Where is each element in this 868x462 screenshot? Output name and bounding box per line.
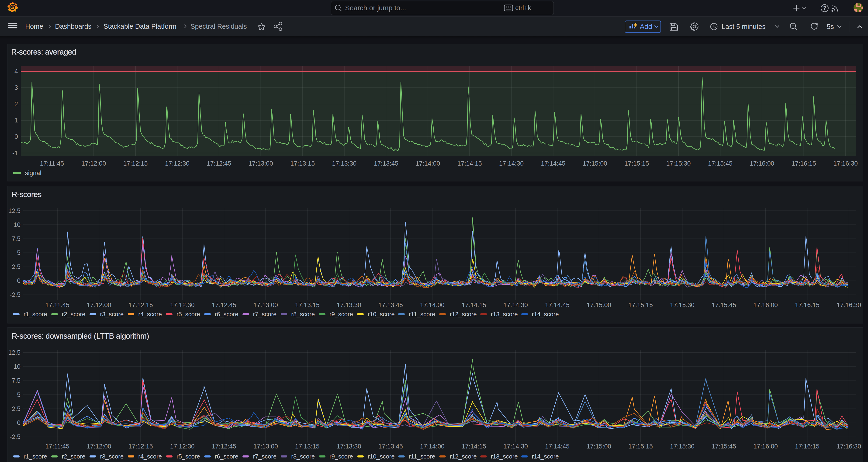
svg-text:Add: Add [640, 23, 652, 30]
svg-text:-1: -1 [12, 150, 18, 156]
svg-text:r10_score: r10_score [368, 453, 395, 460]
svg-text:0: 0 [14, 133, 18, 140]
svg-text:r6_score: r6_score [215, 453, 238, 460]
svg-text:17:12:15: 17:12:15 [128, 302, 153, 309]
svg-text:17:13:45: 17:13:45 [374, 160, 398, 167]
svg-text:17:16:30: 17:16:30 [833, 160, 858, 167]
svg-text:r3_score: r3_score [100, 311, 124, 318]
svg-text:Search or jump to...: Search or jump to... [345, 4, 406, 12]
svg-text:17:12:45: 17:12:45 [212, 302, 236, 309]
svg-text:?: ? [823, 5, 826, 11]
svg-text:R-scores: downsampled (LTTB al: R-scores: downsampled (LTTB algorithm) [12, 332, 149, 340]
svg-text:2.5: 2.5 [12, 405, 21, 412]
svg-text:17:14:30: 17:14:30 [503, 302, 528, 309]
svg-text:-2.5: -2.5 [9, 433, 21, 440]
svg-text:12.5: 12.5 [8, 349, 21, 356]
svg-text:17:13:00: 17:13:00 [253, 443, 278, 450]
svg-text:r8_score: r8_score [291, 311, 315, 318]
svg-text:17:12:45: 17:12:45 [207, 160, 231, 167]
svg-text:17:16:00: 17:16:00 [750, 160, 774, 167]
svg-text:Stackable Data Platform: Stackable Data Platform [103, 23, 177, 30]
svg-text:17:16:00: 17:16:00 [753, 443, 778, 450]
svg-text:17:15:00: 17:15:00 [587, 443, 611, 450]
svg-text:10: 10 [13, 221, 21, 228]
svg-text:2.5: 2.5 [12, 263, 21, 270]
svg-text:17:14:00: 17:14:00 [416, 160, 440, 167]
svg-text:17:14:15: 17:14:15 [458, 160, 482, 167]
svg-text:Dashboards: Dashboards [55, 23, 91, 30]
svg-text:17:12:15: 17:12:15 [128, 443, 153, 450]
svg-text:17:12:00: 17:12:00 [87, 302, 111, 309]
svg-text:7.5: 7.5 [12, 235, 21, 242]
svg-text:5: 5 [17, 249, 21, 256]
svg-text:r14_score: r14_score [532, 453, 559, 460]
svg-text:0: 0 [17, 277, 21, 284]
svg-text:17:15:15: 17:15:15 [624, 160, 649, 167]
svg-text:17:12:00: 17:12:00 [87, 443, 111, 450]
svg-text:12.5: 12.5 [8, 207, 21, 214]
svg-text:r2_score: r2_score [62, 311, 85, 318]
svg-text:17:12:45: 17:12:45 [212, 443, 236, 450]
svg-text:r5_score: r5_score [177, 311, 200, 318]
svg-text:r12_score: r12_score [450, 453, 477, 460]
svg-text:17:15:00: 17:15:00 [587, 302, 611, 309]
svg-text:Home: Home [25, 23, 43, 30]
svg-text:r9_score: r9_score [330, 311, 353, 318]
svg-text:r11_score: r11_score [409, 311, 435, 318]
svg-text:Last 5 minutes: Last 5 minutes [721, 23, 766, 30]
svg-text:17:13:15: 17:13:15 [295, 443, 320, 450]
svg-text:17:12:15: 17:12:15 [123, 160, 148, 167]
svg-text:17:13:00: 17:13:00 [249, 160, 273, 167]
svg-text:r10_score: r10_score [368, 311, 395, 318]
svg-text:r13_score: r13_score [491, 453, 518, 460]
svg-text:17:16:30: 17:16:30 [837, 302, 861, 309]
svg-text:17:16:30: 17:16:30 [837, 443, 861, 450]
svg-text:17:14:15: 17:14:15 [462, 443, 486, 450]
svg-text:17:12:30: 17:12:30 [170, 443, 194, 450]
svg-text:signal: signal [25, 170, 41, 177]
svg-text:17:14:30: 17:14:30 [499, 160, 524, 167]
svg-text:17:13:00: 17:13:00 [253, 302, 278, 309]
svg-text:r4_score: r4_score [138, 311, 162, 318]
svg-text:r8_score: r8_score [291, 453, 315, 460]
svg-text:0: 0 [17, 419, 21, 426]
svg-text:7.5: 7.5 [12, 377, 21, 384]
svg-text:r7_score: r7_score [253, 453, 277, 460]
svg-text:17:13:15: 17:13:15 [290, 160, 315, 167]
svg-text:17:14:30: 17:14:30 [503, 443, 528, 450]
svg-text:17:15:30: 17:15:30 [666, 160, 690, 167]
svg-text:17:15:45: 17:15:45 [712, 443, 736, 450]
svg-text:17:12:30: 17:12:30 [165, 160, 190, 167]
svg-text:5s: 5s [827, 23, 834, 30]
svg-text:17:15:45: 17:15:45 [712, 302, 736, 309]
svg-text:r1_score: r1_score [24, 453, 47, 460]
svg-text:17:13:30: 17:13:30 [337, 302, 361, 309]
svg-text:17:14:15: 17:14:15 [462, 302, 486, 309]
svg-text:Spectral Residuals: Spectral Residuals [190, 23, 247, 30]
svg-text:17:11:45: 17:11:45 [45, 443, 69, 450]
svg-text:17:15:30: 17:15:30 [670, 302, 694, 309]
svg-text:17:14:00: 17:14:00 [420, 443, 444, 450]
svg-text:17:15:15: 17:15:15 [628, 302, 653, 309]
svg-text:17:14:45: 17:14:45 [545, 302, 569, 309]
svg-text:4: 4 [14, 68, 18, 75]
svg-text:17:12:30: 17:12:30 [170, 302, 194, 309]
svg-text:17:16:15: 17:16:15 [795, 443, 819, 450]
svg-text:R-scores: averaged: R-scores: averaged [11, 48, 76, 56]
svg-text:R-scores: R-scores [12, 190, 41, 199]
svg-text:r4_score: r4_score [138, 453, 162, 460]
svg-text:17:12:00: 17:12:00 [81, 160, 106, 167]
svg-text:r5_score: r5_score [177, 453, 200, 460]
svg-text:17:16:00: 17:16:00 [753, 302, 778, 309]
svg-text:17:13:30: 17:13:30 [332, 160, 356, 167]
svg-text:3: 3 [14, 84, 18, 91]
svg-text:17:13:45: 17:13:45 [378, 443, 403, 450]
svg-text:r9_score: r9_score [330, 453, 353, 460]
svg-text:r14_score: r14_score [532, 311, 559, 318]
svg-text:r11_score: r11_score [409, 453, 435, 460]
svg-text:17:13:30: 17:13:30 [337, 443, 361, 450]
svg-text:17:14:00: 17:14:00 [420, 302, 444, 309]
svg-text:17:15:15: 17:15:15 [628, 443, 653, 450]
svg-text:r2_score: r2_score [62, 453, 85, 460]
svg-text:17:15:30: 17:15:30 [670, 443, 694, 450]
